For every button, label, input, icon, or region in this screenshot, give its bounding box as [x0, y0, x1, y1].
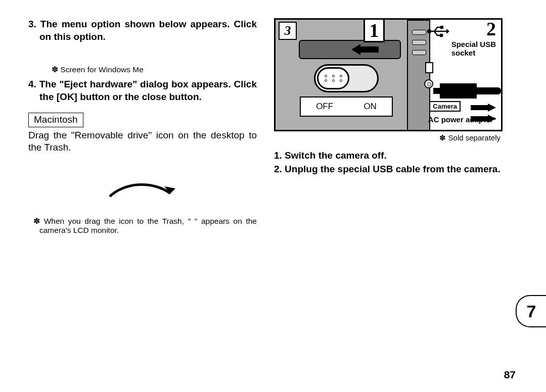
left-column: 3. The menu option shown below appears. …: [28, 18, 257, 235]
off-text: OFF: [316, 102, 333, 112]
usb-cable-icon: [475, 87, 501, 94]
switch-knob-icon: [317, 67, 349, 89]
step-3: 3. The menu option shown below appears. …: [28, 18, 257, 43]
usb-port-icon: [425, 62, 433, 73]
svg-rect-5: [440, 26, 443, 29]
svg-marker-4: [446, 29, 449, 34]
usb-plug-icon: [433, 83, 477, 99]
camera-figure: 3 1 2 OFF ON: [274, 18, 503, 131]
camera-tag: Camera: [429, 101, 461, 112]
page-number: 87: [504, 369, 516, 381]
off-on-label: OFF ON: [300, 96, 393, 117]
ac-adapter-label: AC power adapter*: [428, 115, 496, 124]
callout-3: 3: [279, 22, 297, 40]
usb-symbol-icon: [426, 25, 449, 40]
sold-separately-note: ✽ Sold separately: [274, 133, 503, 142]
right-step-1: 1. Switch the camera off.: [274, 150, 503, 162]
dc-port-icon: [424, 79, 433, 88]
svg-marker-7: [471, 104, 496, 112]
right-column: 3 1 2 OFF ON: [274, 18, 503, 235]
columns: 3. The menu option shown below appears. …: [28, 18, 521, 235]
windows-note: ✽ Screen for Windows Me: [28, 65, 257, 74]
drag-arc-icon: [28, 166, 257, 202]
macintosh-section: Macintosh Drag the "Removable drive" ico…: [28, 104, 257, 154]
usb-socket-label: Special USB socket: [451, 40, 496, 58]
callout-1: 1: [363, 18, 385, 42]
power-off-arrow-icon: [351, 44, 379, 55]
svg-point-6: [440, 34, 443, 37]
svg-marker-1: [351, 44, 379, 55]
macintosh-note: ✽ When you drag the icon to the Trash, "…: [28, 217, 257, 235]
right-step-2: 2. Unplug the special USB cable from the…: [274, 163, 503, 176]
macintosh-body: Drag the "Removable drive" icon on the d…: [28, 129, 257, 154]
manual-page: 3. The menu option shown below appears. …: [0, 0, 546, 392]
on-text: ON: [363, 102, 377, 112]
chapter-tab: 7: [516, 295, 546, 327]
right-steps: 1. Switch the camera off. 2. Unplug the …: [274, 150, 503, 175]
camera-body-icon: [299, 40, 401, 59]
callout-2: 2: [484, 18, 498, 40]
step-4: 4. The "Eject hardware" dialog box appea…: [28, 78, 257, 103]
macintosh-label: Macintosh: [28, 113, 83, 127]
